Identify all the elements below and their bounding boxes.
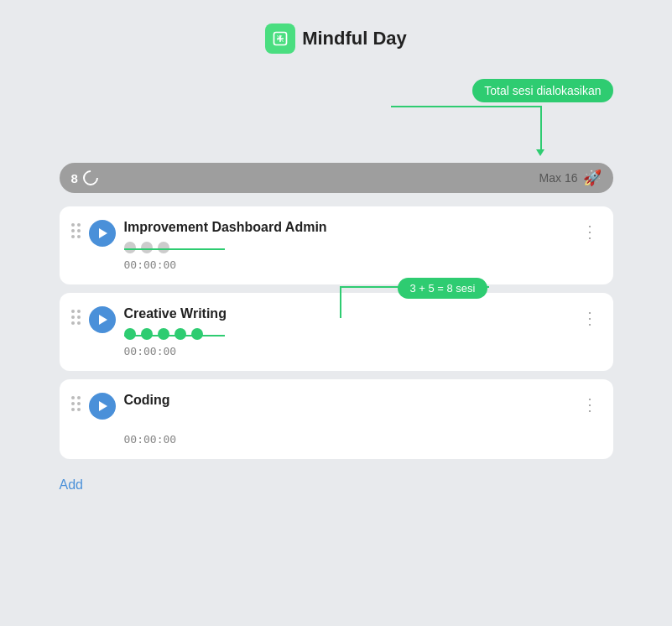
activity-card-2: Creative Writing 00:00:00 ⋮ xyxy=(60,293,613,371)
refresh-icon xyxy=(80,167,101,188)
ann-line-card2 xyxy=(124,335,225,336)
card-content-1: Improvement Dashboard Admin 00:00:00 xyxy=(124,220,573,271)
tooltip-area: Total sesi dialokasikan xyxy=(60,79,613,154)
progress-bar: 8 Max 16 🚀 xyxy=(60,163,613,193)
app-title: Mindful Day xyxy=(302,28,407,50)
svg-marker-3 xyxy=(99,401,107,411)
time-3: 00:00:00 xyxy=(124,433,573,446)
dots-row-1 xyxy=(124,242,573,253)
dot-1-2 xyxy=(141,242,153,253)
progress-max: Max 16 🚀 xyxy=(539,169,602,187)
ann-line-card1 xyxy=(124,248,225,250)
dot-2-3 xyxy=(158,328,169,340)
dot-1-3 xyxy=(158,242,169,253)
add-activity-button[interactable]: Add xyxy=(60,474,83,496)
dot-1-1 xyxy=(124,242,136,253)
main-content: Total sesi dialokasikan 8 Max 16 🚀 Impro… xyxy=(60,79,613,496)
card-menu-2[interactable]: ⋮ xyxy=(581,306,598,326)
total-sessions-tooltip: Total sesi dialokasikan xyxy=(472,79,612,102)
dot-2-5 xyxy=(191,328,203,340)
dot-2-1 xyxy=(124,328,136,340)
app-logo xyxy=(265,23,295,54)
tooltip-arrow xyxy=(536,149,544,156)
play-button-3[interactable] xyxy=(89,393,116,420)
activity-card-3: Coding 00:00:00 ⋮ xyxy=(60,379,613,459)
play-button-1[interactable] xyxy=(89,220,116,247)
card-menu-3[interactable]: ⋮ xyxy=(581,393,598,413)
time-2: 00:00:00 xyxy=(124,345,573,357)
dot-2-4 xyxy=(175,328,186,340)
card-title-3: Coding xyxy=(124,393,573,408)
time-1: 00:00:00 xyxy=(124,258,573,271)
card-title-1: Improvement Dashboard Admin xyxy=(124,220,573,235)
dots-row-2 xyxy=(124,328,573,340)
card-content-3: Coding 00:00:00 xyxy=(124,393,573,446)
card-title-2: Creative Writing xyxy=(124,306,573,321)
play-button-2[interactable] xyxy=(89,306,116,333)
ann-v-line xyxy=(340,286,341,318)
drag-handle-2[interactable] xyxy=(71,306,81,325)
drag-handle-1[interactable] xyxy=(71,220,81,238)
drag-handle-3[interactable] xyxy=(71,393,81,411)
svg-marker-2 xyxy=(99,315,107,325)
progress-value: 8 xyxy=(71,170,98,185)
app-header: Mindful Day xyxy=(265,23,407,54)
tooltip-v-line xyxy=(540,106,542,153)
annotation-bubble: 3 + 5 = 8 sesi xyxy=(398,278,487,299)
card-menu-1[interactable]: ⋮ xyxy=(581,220,598,240)
tooltip-h-line xyxy=(391,106,542,107)
rocket-icon: 🚀 xyxy=(583,169,602,187)
card-content-2: Creative Writing 00:00:00 xyxy=(124,306,573,357)
dots-placeholder-3 xyxy=(124,415,573,433)
dot-2-2 xyxy=(141,328,153,340)
activity-card-1: Improvement Dashboard Admin 00:00:00 ⋮ xyxy=(60,206,613,284)
svg-marker-1 xyxy=(99,228,107,238)
